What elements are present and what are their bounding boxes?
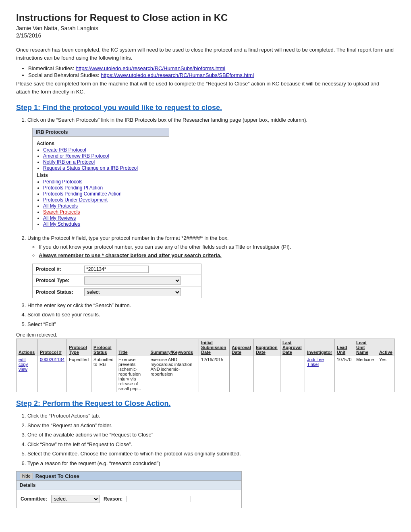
intro-links: Biomedical Studies: https://www.utoledo.… [28,65,395,78]
irb-actions-list: Create IRB Protocol Amend or Renew IRB P… [43,147,165,171]
irb-action-status-link[interactable]: Request a Status Change on a IRB Protoco… [43,165,138,171]
investigator-link[interactable]: Jodi Lee Tinkel [307,357,324,367]
protocol-type-select[interactable] [84,276,181,285]
protocol-type-label: Protocol Type: [36,278,84,283]
step1-item-3: Hit the enter key or click the “Search” … [27,301,395,310]
step1-instructions-3: Hit the enter key or click the “Search” … [27,301,395,328]
irb-list-search[interactable]: Search Protocols [43,209,165,215]
step1-item-2: Using the Protocol # field, type your pr… [27,234,395,260]
step1-item-2-sub: If you do not know your protocol number,… [39,243,395,260]
irb-actions-label: Actions [37,141,165,146]
col-summary: Summary/Keywords [148,339,199,356]
col-protocol-num: Protocol # [37,339,66,356]
protocol-type-row: Protocol Type: [33,275,201,287]
protocol-num-input[interactable] [84,266,149,273]
irb-box-body: Actions Create IRB Protocol Amend or Ren… [33,137,169,230]
irb-action-create-link[interactable]: Create IRB Protocol [43,147,86,153]
irb-action-status[interactable]: Request a Status Change on a IRB Protoco… [43,165,165,171]
rtc-committee-select[interactable]: select [51,495,100,503]
step2-item-6: Type a reason for the request (e.g. “res… [27,459,395,468]
step2-heading: Step 2: Perform the Request to Close Act… [16,399,395,408]
step2-item-5: Select the Committee. Choose the committ… [27,450,395,458]
col-initial-date: Initial Submission Date [199,339,230,356]
col-title: Title [116,339,148,356]
col-lead-unit-name: Lead Unit Name [354,339,377,356]
page-title: Instructions for Request to Close action… [16,12,395,23]
irb-action-notify-link[interactable]: Notify IRB on a Protocol [43,159,95,165]
rtc-committee-row: Committee: select Reason: [21,495,237,503]
col-investigator: Investigator [305,339,334,356]
step1-heading: Step 1: Find the protocol you would like… [16,104,395,112]
cell-summary: exercise AND myocardiac infarction AND i… [148,356,199,392]
action-view[interactable]: view [19,367,27,372]
request-to-close-box: hide Request To Close Details Committee:… [16,471,242,508]
protocol-status-select[interactable]: select [84,288,181,296]
cell-approval-date [230,356,254,392]
cell-investigator: Jodi Lee Tinkel [305,356,334,392]
col-approval-date: Approval Date [230,339,254,356]
irb-protocols-box: IRB Protocols Actions Create IRB Protoco… [32,128,169,230]
intro-paragraph-1: Once research has been completed, the KC… [16,46,395,62]
step2-item-4: Click “Show” to the left of “Request to … [27,441,395,449]
rtc-reason-input[interactable] [127,496,191,502]
col-actions: Actions [17,339,38,356]
rtc-details-bar: Details [17,480,241,490]
action-edit[interactable]: edit [19,357,26,362]
col-protocol-type: Protocol Type [67,339,91,356]
irb-action-amend-link[interactable]: Amend or Renew IRB Protocol [43,153,109,159]
rtc-hide-button[interactable]: hide [20,473,33,479]
page-date: 2/15/2016 [16,32,395,39]
table-row: edit copy view 0000201134 Expedited Subm… [17,356,395,392]
cell-lead-unit: 107570 [334,356,354,392]
results-table: Actions Protocol # Protocol Type Protoco… [16,339,395,392]
col-last-approval: Last Approval Date [280,339,305,356]
biomedical-link[interactable]: https://www.utoledo.edu/research/RC/Huma… [76,65,225,71]
irb-box-title: IRB Protocols [33,128,169,137]
step1-item-4: Scroll down to see your results. [27,311,395,319]
col-expiration-date: Expiration Date [253,339,280,356]
irb-list-pending-pi[interactable]: Protocols Pending PI Action [43,185,165,191]
intro-paragraph-2: Please save the completed form on the ma… [16,80,395,96]
step2-item-2: Show the “Request an Action” folder. [27,422,395,430]
page-authors: Jamie Van Natta, Sarah Langlois [16,25,395,31]
irb-list-reviews[interactable]: All My Reviews [43,215,165,221]
irb-action-notify[interactable]: Notify IRB on a Protocol [43,159,165,165]
step2-item-3: One of the available actions will be “Re… [27,431,395,439]
action-copy[interactable]: copy [19,362,28,367]
irb-list-pending-committee[interactable]: Protocols Pending Committee Action [43,191,165,197]
cell-lead-unit-name: Medicine [354,356,377,392]
irb-action-create[interactable]: Create IRB Protocol [43,147,165,153]
step1-item-2b: Always remember to use * character befor… [39,251,395,260]
rtc-committee-label: Committee: [21,496,47,502]
step1-item-1: Click on the “Search Protocols” link in … [27,116,395,124]
rtc-title-text: Request To Close [35,473,79,479]
col-lead-unit: Lead Unit [334,339,354,356]
irb-list-under-dev[interactable]: Protocols Under Development [43,197,165,203]
protocol-status-label: Protocol Status: [36,289,84,295]
rtc-title-bar: hide Request To Close [17,472,241,480]
rtc-body: Committee: select Reason: [17,490,241,508]
step2-item-1: Click the “Protocol Actions” tab. [27,412,395,420]
step1-item-5: Select “Edit” [27,320,395,328]
col-active: Active [377,339,394,356]
irb-list-pending[interactable]: Pending Protocols [43,179,165,185]
step1-instructions-2: Using the Protocol # field, type your pr… [27,234,395,260]
cell-protocol-status: Submitted to IRB [91,356,116,392]
cell-protocol-num: 0000201134 [37,356,66,392]
protocol-num-row: Protocol #: [33,264,201,275]
cell-initial-date: 12/16/2015 [199,356,230,392]
irb-lists-list: Pending Protocols Protocols Pending PI A… [43,179,165,227]
irb-list-schedules[interactable]: All My Schedules [43,221,165,227]
protocol-search-box: Protocol #: Protocol Type: Protocol Stat… [32,264,201,298]
rtc-reason-label: Reason: [104,496,122,502]
irb-action-amend[interactable]: Amend or Renew IRB Protocol [43,153,165,159]
step1-item-2a: If you do not know your protocol number,… [39,243,395,251]
protocol-status-row: Protocol Status: select [33,287,201,298]
results-label: One item retrieved. [16,332,395,338]
social-link[interactable]: https://www.utoledo.edu/research/RC/Huma… [101,72,254,78]
cell-last-approval [280,356,305,392]
cell-expiration-date [253,356,280,392]
irb-list-all-my[interactable]: All My Protocols [43,203,165,209]
cell-title: Exercise prevents ischemic-reperfusion i… [116,356,148,392]
protocol-num-link[interactable]: 0000201134 [40,357,64,362]
